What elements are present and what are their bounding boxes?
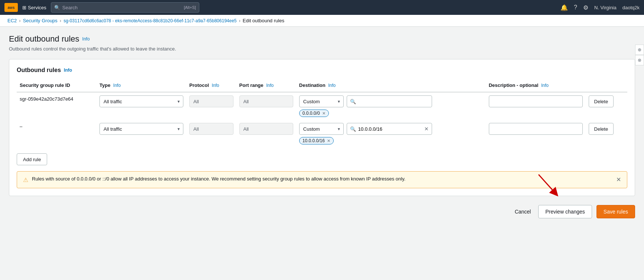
delete-rule-button-1[interactable]: Delete [589, 123, 614, 135]
destination-cell: CustomAnywhere-IPv4Anywhere-IPv6My IP ▼ … [296, 120, 486, 147]
table-row: sgr-059e42a20c73d7e64 All trafficCustom … [17, 92, 627, 120]
card-header: Outbound rules Info [17, 67, 627, 74]
dest-type-select-0[interactable]: CustomAnywhere-IPv4Anywhere-IPv6My IP [299, 95, 344, 107]
region-selector[interactable]: N. Virginia [594, 5, 617, 10]
user-menu[interactable]: daotq2k [622, 5, 640, 10]
aws-logo: aws [4, 3, 18, 12]
page-description: Outbound rules control the outgoing traf… [9, 46, 635, 52]
top-navigation: aws ⊞ Services 🔍 [Alt+S] 🔔 ? ⚙ N. Virgin… [0, 0, 644, 15]
description-input-1[interactable] [489, 123, 583, 135]
th-port-info[interactable]: Info [266, 83, 274, 88]
th-dest-info[interactable]: Info [328, 83, 336, 88]
rules-table: Security group rule ID Type Info Protoco… [17, 79, 627, 147]
breadcrumb-sep-1: › [19, 18, 20, 23]
settings-icon[interactable]: ⚙ [583, 4, 588, 11]
th-type: Type Info [97, 79, 186, 92]
dest-search-input-0[interactable] [358, 99, 429, 104]
table-row: – All trafficCustom TCPCustom UDPAll TCP… [17, 120, 627, 147]
th-destination: Destination Info [296, 79, 486, 92]
dest-clear-1[interactable]: ✕ [424, 126, 429, 132]
port-field-1 [239, 123, 293, 135]
dest-search-box-1: 🔍 ✕ [347, 123, 432, 135]
warning-banner: ⚠ Rules with source of 0.0.0.0/0 or ::/0… [17, 171, 627, 188]
breadcrumb-ec2[interactable]: EC2 [7, 18, 17, 23]
type-cell: All trafficCustom TCPCustom UDPAll TCPAl… [97, 92, 186, 120]
port-cell [236, 92, 296, 120]
notifications-icon[interactable]: 🔔 [560, 4, 568, 11]
th-protocol: Protocol Info [186, 79, 236, 92]
breadcrumb-current: Edit outbound rules [243, 18, 284, 23]
nav-right: 🔔 ? ⚙ N. Virginia daotq2k [560, 4, 640, 11]
dest-type-select-1[interactable]: CustomAnywhere-IPv4Anywhere-IPv6My IP [299, 123, 344, 135]
rule-id-cell: – [17, 120, 97, 147]
type-select-0[interactable]: All trafficCustom TCPCustom UDPAll TCPAl… [99, 95, 183, 107]
dest-search-input-1[interactable] [358, 126, 422, 132]
port-cell [236, 120, 296, 147]
search-shortcut: [Alt+S] [184, 5, 196, 10]
preview-changes-button[interactable]: Preview changes [538, 205, 592, 218]
side-icon-bottom[interactable]: ⊗ [635, 55, 644, 65]
type-select-1[interactable]: All trafficCustom TCPCustom UDPAll TCPAl… [99, 123, 183, 135]
th-rule-id: Security group rule ID [17, 79, 97, 92]
grid-icon: ⊞ [22, 5, 26, 10]
th-type-info[interactable]: Info [113, 83, 121, 88]
search-icon: 🔍 [54, 5, 60, 10]
description-cell [486, 120, 586, 147]
delete-cell: Delete [586, 92, 627, 120]
destination-cell: CustomAnywhere-IPv4Anywhere-IPv6My IP ▼ … [296, 92, 486, 120]
ip-chip-close-1[interactable]: ✕ [327, 139, 330, 143]
protocol-cell [186, 120, 236, 147]
table-header-row: Security group rule ID Type Info Protoco… [17, 79, 627, 92]
ip-chip-0: 0.0.0.0/0 ✕ [299, 110, 329, 117]
page-info-link[interactable]: Info [82, 36, 90, 42]
delete-cell: Delete [586, 120, 627, 147]
card-info-link[interactable]: Info [64, 68, 72, 73]
dest-search-icon-1: 🔍 [350, 126, 356, 132]
warning-close-button[interactable]: ✕ [616, 176, 621, 183]
protocol-cell [186, 92, 236, 120]
ip-chip-close-0[interactable]: ✕ [322, 111, 326, 116]
add-rule-button[interactable]: Add rule [17, 153, 47, 165]
page-content: Edit outbound rules Info Outbound rules … [0, 27, 644, 226]
page-title: Edit outbound rules [9, 34, 79, 44]
th-protocol-info[interactable]: Info [212, 83, 219, 88]
dest-search-box-0: 🔍 [347, 95, 432, 107]
breadcrumb-security-groups[interactable]: Security Groups [23, 18, 58, 23]
delete-rule-button-0[interactable]: Delete [589, 95, 614, 107]
th-desc-info[interactable]: Info [541, 83, 549, 88]
type-cell: All trafficCustom TCPCustom UDPAll TCPAl… [97, 120, 186, 147]
side-icon-top[interactable]: ⊕ [635, 45, 644, 55]
dest-search-icon-0: 🔍 [350, 99, 356, 104]
description-cell [486, 92, 586, 120]
breadcrumb-sg-id[interactable]: sg-03117cd6d6c6ac078 - eks-remoteAccess-… [63, 18, 236, 23]
warning-message: Rules with source of 0.0.0.0/0 or ::/0 a… [32, 176, 405, 182]
services-menu[interactable]: ⊞ Services [22, 5, 46, 10]
description-input-0[interactable] [489, 95, 583, 107]
port-field-0 [239, 95, 293, 107]
search-bar[interactable]: 🔍 [Alt+S] [51, 2, 199, 13]
search-input[interactable] [62, 5, 182, 10]
breadcrumb-sep-3: › [239, 18, 241, 23]
right-side-icons: ⊕ ⊗ [635, 45, 644, 65]
save-rules-button[interactable]: Save rules [596, 205, 635, 218]
rule-id-cell: sgr-059e42a20c73d7e64 [17, 92, 97, 120]
footer-row: Cancel Preview changes Save rules [9, 205, 635, 218]
card-title: Outbound rules [17, 67, 61, 74]
outbound-rules-card: Outbound rules Info Security group rule … [9, 59, 635, 196]
th-action [586, 79, 627, 92]
ip-chip-1: 10.0.0.0/16 ✕ [299, 137, 334, 144]
th-description: Description - optional Info [486, 79, 586, 92]
breadcrumb-sep-2: › [60, 18, 61, 23]
help-icon[interactable]: ? [574, 4, 577, 11]
protocol-field-1 [189, 123, 233, 135]
th-port-range: Port range Info [236, 79, 296, 92]
cancel-button[interactable]: Cancel [512, 209, 534, 215]
page-title-row: Edit outbound rules Info [9, 34, 635, 44]
protocol-field-0 [189, 95, 233, 107]
warning-icon: ⚠ [23, 176, 28, 183]
breadcrumb: EC2 › Security Groups › sg-03117cd6d6c6a… [0, 15, 644, 27]
